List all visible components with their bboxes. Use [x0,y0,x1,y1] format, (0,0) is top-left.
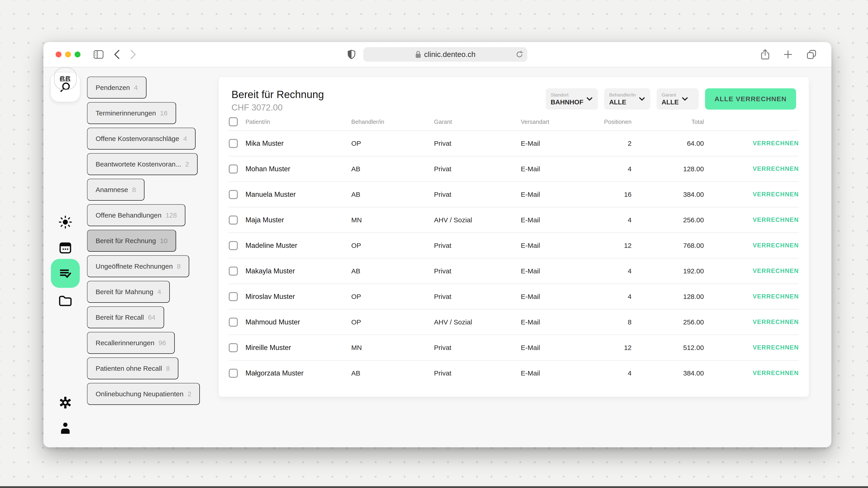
queue-list-item[interactable]: Recallerinnerungen 96 [87,332,175,354]
theme-button[interactable] [56,213,74,231]
bill-row-link[interactable]: VERRECHNEN [704,217,799,223]
bill-row-link[interactable]: VERRECHNEN [704,293,799,300]
queue-item-count: 2 [185,160,189,168]
cell-versandart: E-Mail [521,140,589,147]
cell-positionen: 4 [589,165,631,173]
row-checkbox[interactable] [229,139,238,148]
table-row[interactable]: Mohan Muster AB Privat E-Mail 4 128.00 V… [229,156,799,182]
cell-versandart: E-Mail [521,242,589,250]
queue-list-item[interactable]: Beantwortete Kostenvoran... 2 [87,153,197,175]
settings-button[interactable] [56,394,74,412]
forward-icon[interactable] [130,50,136,59]
filter-label: Standort [551,92,568,98]
queue-item-label: Patienten ohne Recall [96,365,162,372]
table-row[interactable]: Małgorzata Muster AB Privat E-Mail 4 384… [229,360,799,386]
queue-item-label: Bereit für Rechnung [96,237,156,245]
reload-icon[interactable] [516,51,523,58]
documents-button[interactable] [56,292,74,310]
table-row[interactable]: Makayla Muster AB Privat E-Mail 4 192.00… [229,258,799,284]
cell-total: 768.00 [631,242,704,250]
cell-behandler: OP [351,242,434,250]
row-checkbox[interactable] [229,343,238,352]
sun-icon [59,215,72,229]
tab-overview-icon[interactable] [807,50,816,59]
bill-row-link[interactable]: VERRECHNEN [704,319,799,326]
person-icon [59,422,71,434]
cell-garant: AHV / Sozial [434,216,521,224]
cell-patient: Mireille Muster [246,344,351,352]
queue-list-item[interactable]: Pendenzen 4 [87,76,147,98]
queue-list-item[interactable]: Offene Behandlungen 128 [87,204,185,226]
bill-row-link[interactable]: VERRECHNEN [704,191,799,198]
queue-list-item[interactable]: Bereit für Recall 64 [87,306,164,328]
queue-list-item[interactable]: Anamnese 8 [87,179,145,201]
cell-positionen: 4 [589,293,631,300]
row-checkbox[interactable] [229,241,238,250]
address-bar[interactable]: clinic.denteo.ch [363,47,527,62]
avatar[interactable]: CC [54,67,76,90]
bill-row-link[interactable]: VERRECHNEN [704,140,799,147]
column-header-patient: Patient/in [246,119,351,125]
filter-label: Garant [662,92,676,98]
filter-dropdown[interactable]: Behandler/in ALLE [604,88,650,109]
cell-patient: Madeline Muster [246,241,351,250]
cell-behandler: AB [351,165,434,173]
queue-list-item[interactable]: Terminerinnerungen 16 [87,102,176,124]
table-row[interactable]: Manuela Muster AB Privat E-Mail 16 384.0… [229,182,799,207]
table-header: Patient/in Behandler/in Garant Versandar… [229,113,799,130]
row-checkbox[interactable] [229,292,238,301]
bill-row-link[interactable]: VERRECHNEN [704,242,799,249]
cell-patient: Maja Muster [246,216,351,224]
cell-positionen: 8 [589,318,631,326]
profile-button[interactable] [56,419,74,437]
share-icon[interactable] [761,49,770,60]
cell-garant: Privat [434,165,521,173]
table-row[interactable]: Miroslav Muster OP Privat E-Mail 4 128.0… [229,284,799,309]
cell-garant: Privat [434,293,521,300]
cell-versandart: E-Mail [521,293,589,300]
browser-toolbar: clinic.denteo.ch [43,42,831,67]
zoom-window-button[interactable] [74,52,81,57]
row-checkbox[interactable] [229,164,238,173]
table-row[interactable]: Mika Muster OP Privat E-Mail 2 64.00 VER… [229,130,799,156]
table-row[interactable]: Madeline Muster OP Privat E-Mail 12 768.… [229,232,799,258]
bill-row-link[interactable]: VERRECHNEN [704,369,799,377]
table-row[interactable]: Maja Muster MN AHV / Sozial E-Mail 4 256… [229,207,799,232]
table-row[interactable]: Mireille Muster MN Privat E-Mail 12 512.… [229,335,799,360]
queue-list-item[interactable]: Bereit für Rechnung 10 [87,230,176,252]
filter-dropdown[interactable]: Standort BAHNHOF [546,88,598,109]
minimize-window-button[interactable] [65,52,71,57]
row-checkbox[interactable] [229,267,238,275]
queue-list-item[interactable]: Offene Kostenvoranschläge 4 [87,128,195,150]
new-tab-icon[interactable] [783,50,793,59]
filter-dropdown[interactable]: Garant ALLE [657,88,699,109]
sidebar-toggle-icon[interactable] [94,50,103,59]
back-icon[interactable] [114,50,120,59]
queue-list-item[interactable]: Bereit für Mahnung 4 [87,281,170,303]
cell-behandler: AB [351,191,434,198]
row-checkbox[interactable] [229,369,238,378]
close-window-button[interactable] [56,52,61,57]
queue-list-item[interactable]: Patienten ohne Recall 8 [87,357,178,379]
bill-row-link[interactable]: VERRECHNEN [704,344,799,351]
calendar-button[interactable] [56,238,74,257]
row-checkbox[interactable] [229,216,238,225]
queue-item-count: 96 [158,339,166,347]
row-checkbox[interactable] [229,318,238,327]
queue-item-count: 4 [183,135,187,142]
cell-patient: Małgorzata Muster [246,369,351,377]
row-checkbox[interactable] [229,190,238,199]
privacy-shield-icon[interactable] [347,50,355,59]
queue-list-item[interactable]: Ungeöffnete Rechnungen 8 [87,255,189,277]
table-row[interactable]: Mahmoud Muster OP AHV / Sozial E-Mail 8 … [229,309,799,335]
bill-row-link[interactable]: VERRECHNEN [704,165,799,172]
cell-versandart: E-Mail [521,318,589,326]
queue-list-item[interactable]: Onlinebuchung Neupatienten 2 [87,383,200,405]
queue-item-count: 10 [160,237,167,245]
bill-row-link[interactable]: VERRECHNEN [704,267,799,274]
billing-queue-button-active[interactable] [51,259,80,288]
select-all-checkbox[interactable] [229,117,238,126]
cell-positionen: 16 [589,191,631,198]
calendar-icon [59,241,72,254]
bill-all-button[interactable]: ALLE VERRECHNEN [705,88,796,109]
